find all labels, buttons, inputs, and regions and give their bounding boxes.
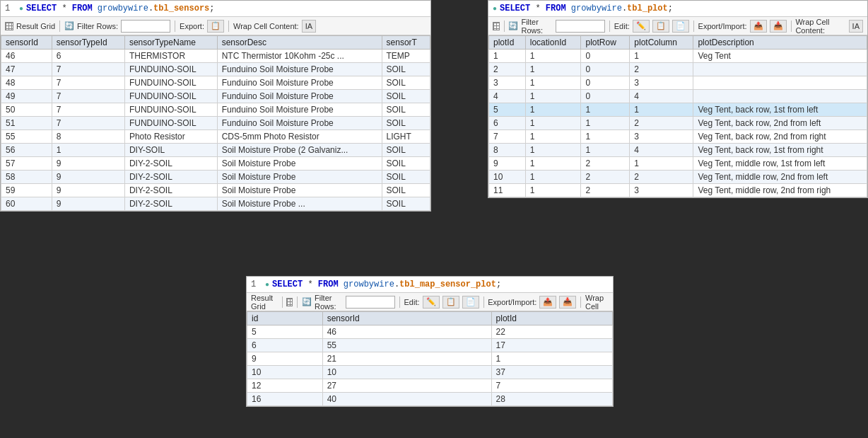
table-row: 6 1 1 2 Veg Tent, back row, 2nd from lef…: [489, 117, 867, 130]
table-row: 5 1 1 1 Veg Tent, back row, 1st from lef…: [489, 103, 867, 117]
table-row: 10 1 2 2 Veg Tent, middle row, 2nd from …: [489, 171, 867, 184]
table-row: 12 27 7: [247, 379, 613, 393]
col-plotId: plotId: [489, 36, 526, 50]
table-row: 51 7 FUNDUINO-SOIL Funduino Soil Moistur…: [1, 117, 430, 130]
table-row: 49 7 FUNDUINO-SOIL Funduino Soil Moistur…: [1, 90, 430, 103]
table-row: 10 10 37: [247, 366, 613, 379]
table-plot: plotId locationId plotRow plotColumn plo…: [488, 35, 867, 197]
wrap-label-plot: Wrap Cell Content:: [795, 18, 845, 35]
sep-m1: [282, 296, 283, 308]
edit-btn1-plot[interactable]: ✏️: [633, 20, 650, 33]
col-id: id: [247, 312, 323, 325]
table-row: 9 21 1: [247, 352, 613, 366]
panel-plot: ● SELECT * FROM growbywire.tbl_plot; 🔄 F…: [488, 0, 868, 198]
sep-p2: [609, 21, 610, 32]
result-grid-plot: plotId locationId plotRow plotColumn plo…: [488, 35, 867, 197]
table-row: 46 6 THERMISTOR NTC Thermistor 10Kohm -2…: [1, 50, 430, 63]
table-row: 16 40 28: [247, 393, 613, 406]
table-row: 9 1 2 1 Veg Tent, middle row, 1st from l…: [489, 157, 867, 171]
edit-label-plot: Edit:: [614, 22, 630, 30]
wrap-label: Wrap Cell Content:: [233, 22, 299, 30]
filter-input-map[interactable]: [346, 296, 395, 309]
edit-btn2-plot[interactable]: 📋: [652, 20, 669, 33]
col-sensorId-map: sensorId: [322, 312, 491, 325]
line-number-map: 1: [251, 279, 262, 289]
export-btn-sensors[interactable]: 📋: [207, 20, 224, 33]
toolbar-sensors: Result Grid 🔄 Filter Rows: Export: 📋 Wra…: [1, 17, 430, 35]
table-row: 47 7 FUNDUINO-SOIL Funduino Soil Moistur…: [1, 63, 430, 76]
line-indicator-1: ●: [19, 5, 23, 13]
sql-text-map: SELECT * FROM growbywire.tbl_map_sensor_…: [272, 279, 501, 289]
col-plotId-map: plotId: [491, 312, 612, 325]
export-btn1-plot[interactable]: 📤: [750, 20, 767, 33]
result-grid-label-map: Result Grid: [251, 294, 278, 311]
table-row: 3 1 0 3: [489, 76, 867, 90]
table-row: 2 1 0 2: [489, 63, 867, 76]
dot-indicator-plot: ●: [493, 5, 497, 13]
table-row: 11 1 2 3 Veg Tent, middle row, 2nd from …: [489, 184, 867, 197]
table-row: 48 7 FUNDUINO-SOIL Funduino Soil Moistur…: [1, 76, 430, 90]
wrap-btn-sensors[interactable]: IA: [302, 20, 316, 33]
result-grid-map: id sensorId plotId 5 46 22 6 55 17 9 21 …: [247, 311, 613, 406]
sql-editor-map: 1 ● SELECT * FROM growbywire.tbl_map_sen…: [247, 277, 613, 293]
table-row: 55 8 Photo Resistor CDS-5mm Photo Resist…: [1, 130, 430, 144]
col-plotRow: plotRow: [581, 36, 630, 50]
table-row: 57 9 DIY-2-SOIL Soil Moisture Probe SOIL: [1, 157, 430, 171]
wrap-btn-plot[interactable]: IA: [849, 20, 863, 33]
col-locationId: locationId: [525, 36, 581, 50]
export-import-label-plot: Export/Import:: [698, 22, 747, 30]
filter-icon-plot: 🔄: [508, 21, 518, 30]
sep-m3: [399, 296, 400, 308]
col-plotDescription: plotDescription: [693, 36, 867, 50]
table-row: 5 46 22: [247, 325, 613, 339]
export-btn-map[interactable]: 📤: [539, 296, 556, 309]
sep-m2: [297, 296, 298, 308]
filter-rows-label-plot: Filter Rows:: [521, 18, 553, 35]
table-row: 1 1 0 1 Veg Tent: [489, 50, 867, 63]
table-row: 4 1 0 4: [489, 90, 867, 103]
sql-editor-sensors: 1 ● SELECT * FROM growbywire.tbl_sensors…: [1, 1, 430, 17]
sep1: [59, 21, 60, 32]
edit-btn3-plot[interactable]: 📄: [672, 20, 689, 33]
table-row: 59 9 DIY-2-SOIL Soil Moisture Probe SOIL: [1, 184, 430, 197]
filter-icon-map: 🔄: [302, 297, 312, 306]
edit-btn-map[interactable]: ✏️: [423, 296, 440, 309]
col-sensorT: sensorT: [382, 36, 430, 50]
dot-indicator-map: ●: [265, 281, 269, 289]
table-row: 50 7 FUNDUINO-SOIL Funduino Soil Moistur…: [1, 103, 430, 117]
sep-m4: [483, 296, 484, 308]
toolbar-plot: 🔄 Filter Rows: Edit: ✏️ 📋 📄 Export/Impor…: [488, 17, 867, 35]
table-row: 60 9 DIY-2-SOIL Soil Moisture Probe ... …: [1, 197, 430, 211]
filter-icon: 🔄: [64, 21, 74, 30]
sep-p1: [504, 21, 505, 32]
col-sensorId: sensorId: [1, 36, 52, 50]
col-sensorTypeName: sensorTypeName: [124, 36, 217, 50]
result-grid-label: Result Grid: [16, 22, 55, 30]
filter-input-plot[interactable]: [556, 20, 605, 33]
sql-editor-plot: ● SELECT * FROM growbywire.tbl_plot;: [488, 1, 867, 17]
filter-rows-label: Filter Rows:: [77, 22, 118, 30]
export-btn2-map[interactable]: 📥: [559, 296, 576, 309]
table-row: 7 1 1 3 Veg Tent, back row, 2nd from rig…: [489, 130, 867, 144]
sep-p4: [791, 21, 792, 32]
toolbar-map: Result Grid 🔄 Filter Rows: Edit: ✏️ 📋 📄 …: [247, 293, 613, 311]
panel-sensors: 1 ● SELECT * FROM growbywire.tbl_sensors…: [0, 0, 431, 212]
sql-text-sensors: SELECT * FROM growbywire.tbl_sensors;: [26, 4, 214, 13]
col-sensorTypeId: sensorTypeId: [52, 36, 124, 50]
panel-map-sensor-plot: 1 ● SELECT * FROM growbywire.tbl_map_sen…: [246, 276, 614, 407]
grid-icon-map: [286, 298, 293, 306]
filter-rows-label-map: Filter Rows:: [315, 294, 343, 311]
filter-input-sensors[interactable]: [121, 20, 170, 33]
edit-btn2-map[interactable]: 📋: [442, 296, 459, 309]
export-btn2-plot[interactable]: 📥: [770, 20, 787, 33]
wrap-label-map: Wrap Cell: [585, 294, 609, 311]
edit-label-map: Edit:: [404, 298, 420, 306]
sep3: [228, 21, 229, 32]
edit-btn3-map[interactable]: 📄: [462, 296, 479, 309]
grid-icon: [5, 22, 13, 30]
table-map: id sensorId plotId 5 46 22 6 55 17 9 21 …: [247, 311, 613, 406]
export-label: Export:: [180, 22, 204, 30]
sep-m5: [580, 296, 581, 308]
table-row: 58 9 DIY-2-SOIL Soil Moisture Probe SOIL: [1, 171, 430, 184]
grid-icon-plot: [493, 22, 500, 30]
